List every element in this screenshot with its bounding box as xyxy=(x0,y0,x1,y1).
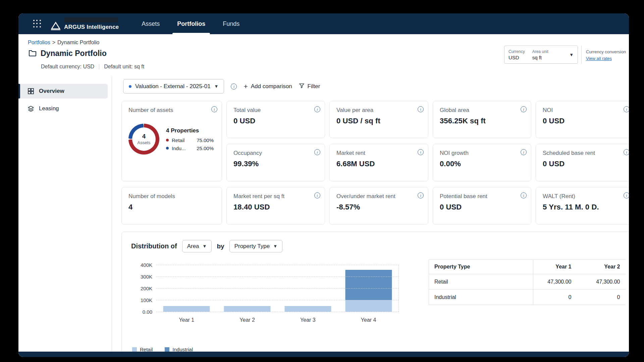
layers-icon xyxy=(28,105,34,112)
redacted-org-name xyxy=(64,17,118,22)
col-header-year-2: Year 2 xyxy=(577,260,626,274)
brand-name: ARGUS Intelligence xyxy=(64,24,119,31)
info-icon[interactable]: i xyxy=(314,106,320,112)
legend-item-industrial[interactable]: Industrial xyxy=(165,347,193,352)
x-axis-label: Year 1 xyxy=(156,317,217,323)
y-axis-tick: 0.00 xyxy=(143,309,152,315)
chart-plot: Year 1Year 2Year 3Year 4 400K300K200K100… xyxy=(156,265,399,312)
valuation-info-icon[interactable]: i xyxy=(231,83,237,89)
bar-segment-retail[interactable] xyxy=(345,300,392,312)
info-icon[interactable]: i xyxy=(314,192,320,198)
legend-value: 75.00% xyxy=(197,137,215,143)
funnel-icon xyxy=(299,83,305,90)
info-icon[interactable]: i xyxy=(521,192,527,198)
plus-icon: + xyxy=(244,83,248,90)
valuation-select-label: Valuation - External - 2025-01 xyxy=(135,83,211,90)
distribution-table: Property Type Year 1 Year 2 Retail 47,30… xyxy=(429,259,626,305)
info-icon[interactable]: i xyxy=(211,106,217,112)
folder-icon xyxy=(29,50,37,58)
bar-segment-industrial[interactable] xyxy=(345,270,392,300)
legend-label: Retail xyxy=(172,137,184,143)
info-icon[interactable]: i xyxy=(418,192,424,198)
gridline xyxy=(156,312,399,312)
gridline xyxy=(156,288,399,289)
distribution-dimension-select[interactable]: Area ▼ xyxy=(182,240,212,252)
info-icon[interactable]: i xyxy=(624,192,629,198)
distribution-groupby-select[interactable]: Property Type ▼ xyxy=(229,240,282,252)
card-global-area: Global area i 356.25K sq ft xyxy=(433,101,531,138)
card-market-rent-per-sq-ft: Market rent per sq ft i 18.40 USD xyxy=(226,187,325,225)
assets-donut-chart[interactable]: 4 Assets xyxy=(128,124,159,155)
breadcrumb-portfolios-link[interactable]: Portfolios xyxy=(28,40,50,45)
legend-label: Indu... xyxy=(172,145,186,151)
donut-center: 4 Assets xyxy=(132,127,156,151)
legend-row-industrial: Indu... 25.00% xyxy=(166,145,215,151)
currency-conversion-label: Currency conversion xyxy=(586,49,626,54)
legend-label: Retail xyxy=(140,347,153,352)
page-subtitle: Default currency: USD Default unit: sq f… xyxy=(41,64,144,70)
chevron-down-icon[interactable]: ▼ xyxy=(569,52,574,57)
default-currency-label: Default currency: USD xyxy=(41,64,94,70)
valuation-scenario-select[interactable]: Valuation - External - 2025-01 ▼ xyxy=(123,79,224,94)
card-number-of-models: Number of models 4 xyxy=(121,187,222,225)
legend-swatch xyxy=(132,347,137,352)
industrial-dot xyxy=(166,147,169,149)
gridline xyxy=(156,265,399,265)
assets-legend: 4 Properties Retail 75.00% Indu... 25.00… xyxy=(166,127,215,151)
add-comparison-label: Add comparison xyxy=(251,83,292,90)
info-icon[interactable]: i xyxy=(418,106,424,112)
nav-tab-assets[interactable]: Assets xyxy=(133,13,168,34)
bar-segment-retail[interactable] xyxy=(163,306,210,312)
card-value-per-area: Value per area i 0 USD / sq ft xyxy=(329,101,428,138)
info-icon[interactable]: i xyxy=(314,149,320,155)
card-market-rent: Market rent i 6.68M USD xyxy=(329,144,428,181)
filter-label: Filter xyxy=(308,83,320,90)
gridline xyxy=(156,277,399,277)
card-over-under-market-rent: Over/under market rent i -8.57% xyxy=(329,187,428,225)
app-launcher-icon[interactable] xyxy=(33,20,41,28)
bar-segment-retail[interactable] xyxy=(284,306,331,312)
info-icon[interactable]: i xyxy=(418,149,424,155)
col-header-property-type: Property Type xyxy=(429,260,533,274)
currency-area-unit-selector[interactable]: Currency USD Area unit sq ft ▼ xyxy=(504,46,578,64)
currency-value: USD xyxy=(508,55,525,60)
sidebar-item-label: Leasing xyxy=(39,105,59,112)
sidebar-item-overview[interactable]: Overview xyxy=(18,84,108,99)
dashboard-icon xyxy=(28,88,34,95)
card-walt-rent: WALT (Rent) i 5 Yrs. 11 M. 0 D. xyxy=(536,187,629,225)
by-label: by xyxy=(217,243,224,250)
nav-tab-portfolios[interactable]: Portfolios xyxy=(168,13,214,34)
info-icon[interactable]: i xyxy=(521,149,527,155)
info-icon[interactable]: i xyxy=(521,106,527,112)
filter-button[interactable]: Filter xyxy=(299,83,320,90)
breadcrumb-separator: > xyxy=(52,40,55,45)
sidebar-item-leasing[interactable]: Leasing xyxy=(18,101,108,116)
dimension-select-label: Area xyxy=(187,243,199,250)
retail-dot xyxy=(166,139,169,141)
y-axis-tick: 300K xyxy=(141,274,152,280)
distribution-controls: Distribution of Area ▼ by Property Type … xyxy=(131,240,282,252)
card-noi: NOI i 0 USD xyxy=(536,101,629,138)
brand: ARGUS Intelligence xyxy=(51,17,119,31)
area-unit-value: sq ft xyxy=(532,55,548,60)
distribution-panel: Distribution of Area ▼ by Property Type … xyxy=(121,232,629,352)
legend-row-retail: Retail 75.00% xyxy=(166,137,215,143)
table-row[interactable]: Retail 47,300.00 47,300.00 xyxy=(429,274,626,290)
view-all-rates-link[interactable]: View all rates xyxy=(586,56,612,61)
y-axis-tick: 200K xyxy=(141,286,152,291)
info-icon[interactable]: i xyxy=(624,106,629,112)
info-icon[interactable]: i xyxy=(624,149,629,155)
legend-item-retail[interactable]: Retail xyxy=(132,347,153,352)
add-comparison-button[interactable]: + Add comparison xyxy=(244,83,292,90)
top-nav: ARGUS Intelligence Assets Portfolios Fun… xyxy=(18,13,629,34)
table-row[interactable]: Industrial 0 0 xyxy=(429,290,626,305)
kpi-card-grid: Number of assets i 4 Assets 4 Properties xyxy=(121,101,629,225)
page-title: Dynamic Portfolio xyxy=(41,49,107,58)
properties-count-label: 4 Properties xyxy=(166,127,215,134)
bar-segment-retail[interactable] xyxy=(224,306,271,312)
card-number-of-assets: Number of assets i 4 Assets 4 Properties xyxy=(121,101,222,181)
nav-tab-funds[interactable]: Funds xyxy=(214,13,248,34)
card-total-value: Total value i 0 USD xyxy=(226,101,325,138)
distribution-title: Distribution of xyxy=(131,242,177,250)
x-axis-label: Year 2 xyxy=(217,317,278,323)
